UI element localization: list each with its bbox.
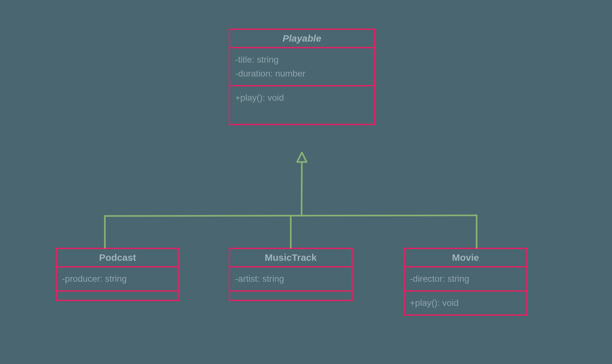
class-attributes-podcast: -producer: string xyxy=(57,267,178,292)
class-box-movie: Movie -director: string +play(): void xyxy=(404,248,527,316)
attribute-duration: -duration: number xyxy=(235,67,369,81)
class-attributes-musictrack: -artist: string xyxy=(230,267,351,292)
class-name-movie: Movie xyxy=(405,249,526,267)
class-attributes-playable: -title: string -duration: number xyxy=(230,48,374,86)
svg-line-1 xyxy=(105,215,477,216)
svg-line-0 xyxy=(302,162,302,216)
class-methods-podcast xyxy=(57,292,178,300)
class-box-playable: Playable -title: string -duration: numbe… xyxy=(229,29,375,125)
class-name-podcast: Podcast xyxy=(57,249,178,267)
attribute-artist: -artist: string xyxy=(235,272,346,286)
method-play-movie: +play(): void xyxy=(410,296,521,310)
attribute-title: -title: string xyxy=(235,53,369,67)
class-attributes-movie: -director: string xyxy=(405,267,526,292)
attribute-producer: -producer: string xyxy=(62,272,173,286)
class-name-playable: Playable xyxy=(230,30,374,48)
class-methods-musictrack xyxy=(230,292,351,300)
class-box-musictrack: MusicTrack -artist: string xyxy=(229,248,353,301)
class-methods-movie: +play(): void xyxy=(405,292,526,314)
class-box-podcast: Podcast -producer: string xyxy=(56,248,180,301)
class-name-musictrack: MusicTrack xyxy=(230,249,351,267)
method-play: +play(): void xyxy=(235,91,369,105)
attribute-director: -director: string xyxy=(410,272,521,286)
class-methods-playable: +play(): void xyxy=(230,86,374,124)
